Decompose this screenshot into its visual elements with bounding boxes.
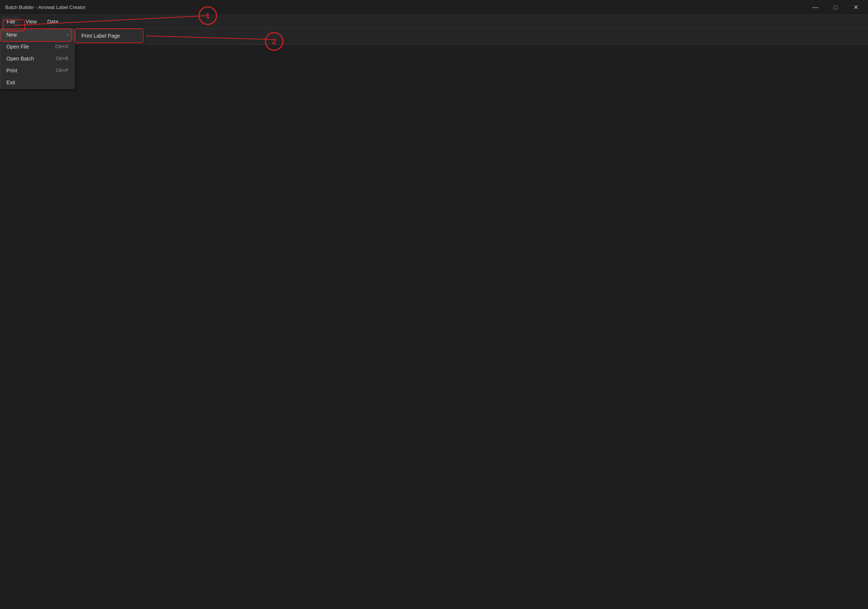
menu-bar: File View Data (0, 15, 868, 28)
window-controls: — □ ✕ (807, 2, 864, 14)
title-bar: Batch Builder - Arrowat Label Creator — … (0, 0, 868, 15)
maximize-button[interactable]: □ (827, 2, 844, 14)
menu-view[interactable]: View (20, 16, 42, 27)
menu-item-open-batch-label: Open Batch (6, 56, 34, 62)
menu-item-print-label: Print (6, 68, 17, 73)
menu-item-open-file-label: Open File (6, 44, 29, 50)
menu-file[interactable]: File (2, 16, 20, 27)
menu-item-open-batch[interactable]: Open Batch Ctrl+B (0, 53, 74, 65)
menu-item-exit-label: Exit (6, 79, 15, 85)
menu-file-label: File (7, 19, 15, 25)
menu-data[interactable]: Data (42, 16, 64, 27)
window-title: Batch Builder - Arrowat Label Creator (4, 5, 85, 10)
new-submenu: Print Label Page (75, 29, 142, 43)
main-content (0, 45, 868, 609)
menu-item-open-file-shortcut: Ctrl+O (55, 44, 68, 49)
menu-item-print[interactable]: Print Ctrl+P (0, 65, 74, 76)
file-dropdown-menu: New › Print Label Page Open File Ctrl+O … (0, 28, 74, 89)
menu-item-open-file[interactable]: Open File Ctrl+O (0, 41, 74, 53)
menu-item-new[interactable]: New › Print Label Page (0, 29, 74, 41)
submenu-arrow-icon: › (67, 32, 68, 37)
submenu-item-print-label[interactable]: Print Label Page (75, 29, 142, 42)
menu-data-label: Data (47, 19, 59, 25)
menu-item-exit[interactable]: Exit (0, 76, 74, 89)
minimize-button[interactable]: — (807, 2, 824, 14)
menu-item-new-label: New (6, 32, 17, 38)
menu-item-open-batch-shortcut: Ctrl+B (56, 56, 68, 61)
submenu-item-print-label-text: Print Label Page (81, 33, 120, 39)
menu-view-label: View (26, 19, 37, 25)
close-button[interactable]: ✕ (847, 2, 864, 14)
menu-item-print-shortcut: Ctrl+P (56, 68, 68, 73)
